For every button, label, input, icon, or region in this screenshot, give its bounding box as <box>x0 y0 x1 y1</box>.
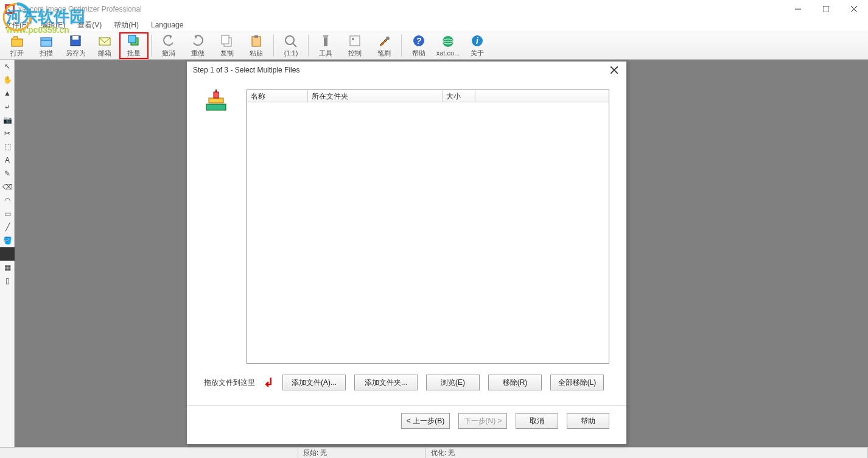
toolbar-label: 撤消 <box>162 49 175 58</box>
svg-rect-36 <box>214 92 219 98</box>
dialog-separator <box>187 405 626 406</box>
next-button[interactable]: 下一步(N) > <box>458 413 507 429</box>
tool-eraser-icon[interactable]: ⌫ <box>0 180 15 194</box>
svg-point-23 <box>352 38 354 40</box>
menu-help[interactable]: 帮助(H) <box>111 19 141 32</box>
open-icon <box>10 34 24 48</box>
tool-rect-icon[interactable]: ▭ <box>0 207 15 220</box>
minimize-button[interactable] <box>784 0 812 18</box>
toolbar-label: 打开 <box>10 49 24 58</box>
toolbar-label: 控制 <box>348 49 362 58</box>
svg-rect-11 <box>72 36 79 40</box>
left-tool-palette: ↖ ✋ ▲ ⤾ 📷 ✂ ⬚ A ✎ ⌫ ◠ ▭ ╱ 🪣 ▦ ▯ <box>0 60 15 447</box>
svg-rect-35 <box>209 98 223 103</box>
col-name[interactable]: 名称 <box>247 90 308 102</box>
toolbar-undo-button[interactable]: 撤消 <box>154 32 183 59</box>
dialog-title-text: Step 1 of 3 - Select Multiple Files <box>193 66 299 74</box>
tool-pencil-icon[interactable]: ✎ <box>0 167 15 180</box>
menu-view[interactable]: 查看(V) <box>75 19 104 32</box>
tool-zoom-icon[interactable]: ▲ <box>0 86 15 100</box>
toolbar-tools-button[interactable]: 工具 <box>311 32 340 59</box>
tool-pick-icon[interactable]: 📷 <box>0 113 15 127</box>
toolbar-help-button[interactable]: ?帮助 <box>404 32 433 59</box>
svg-point-24 <box>386 37 390 40</box>
toolbar-copy-button[interactable]: 复制 <box>212 32 242 59</box>
svg-rect-7 <box>12 39 23 46</box>
toolbar-label: 邮箱 <box>98 49 111 58</box>
svg-rect-2 <box>7 6 13 12</box>
tool-color-icon[interactable] <box>0 247 15 261</box>
add-folder-button[interactable]: 添加文件夹... <box>354 375 418 390</box>
help-icon: ? <box>412 34 425 48</box>
svg-rect-8 <box>41 38 52 46</box>
toolbar-separator <box>273 35 274 57</box>
cancel-button[interactable]: 取消 <box>516 413 558 429</box>
drop-hint-label: 拖放文件到这里 <box>204 378 255 388</box>
tool-layer-icon[interactable]: ▯ <box>0 274 15 287</box>
tool-text-icon[interactable]: A <box>0 153 15 167</box>
toolbar-brush-button[interactable]: 笔刷 <box>369 32 399 59</box>
toolbar: 打开扫描另存为邮箱批量撤消重做复制粘贴(1:1)工具控制笔刷?帮助xat.co.… <box>0 32 868 60</box>
tool-pointer-icon[interactable]: ↖ <box>0 60 15 73</box>
tool-hand-icon[interactable]: ✋ <box>0 73 15 86</box>
about-icon: i <box>471 34 484 48</box>
svg-rect-34 <box>206 104 226 110</box>
maximize-button[interactable] <box>812 0 840 18</box>
help-button[interactable]: 帮助 <box>567 413 609 429</box>
toolbar-label: 另存为 <box>66 49 86 58</box>
tool-grid-icon[interactable]: ▦ <box>0 261 15 274</box>
tool-crop-icon[interactable]: ✂ <box>0 127 15 140</box>
wizard-step-icon <box>204 90 234 364</box>
svg-rect-16 <box>222 35 229 44</box>
toolbar-scan-button[interactable]: 扫描 <box>32 32 61 59</box>
scan-icon <box>40 34 53 48</box>
window-title: xat.com Image Optimizer Professional <box>18 5 142 13</box>
toolbar-label: 工具 <box>319 49 332 58</box>
remove-button[interactable]: 移除(R) <box>488 375 542 390</box>
col-extra[interactable] <box>475 90 609 102</box>
web-icon <box>441 35 455 48</box>
toolbar-mail-button[interactable]: 邮箱 <box>90 32 119 59</box>
toolbar-redo-button[interactable]: 重做 <box>183 32 212 59</box>
tool-fill-icon[interactable]: 🪣 <box>0 234 15 247</box>
toolbar-separator <box>401 35 402 57</box>
toolbar-label: 批量 <box>127 49 141 58</box>
svg-line-20 <box>293 43 296 47</box>
toolbar-paste-button[interactable]: 粘贴 <box>242 32 271 59</box>
close-button[interactable] <box>840 0 868 18</box>
toolbar-label: (1:1) <box>284 49 298 57</box>
toolbar-saveas-button[interactable]: 另存为 <box>61 32 90 59</box>
saveas-icon <box>69 34 82 48</box>
menu-language[interactable]: Language <box>149 19 186 30</box>
menu-file[interactable]: 文件(F) <box>2 19 31 32</box>
toolbar-control-button[interactable]: 控制 <box>340 32 369 59</box>
toolbar-web-button[interactable]: xat.co... <box>433 32 463 59</box>
tool-curve-icon[interactable]: ◠ <box>0 194 15 207</box>
col-size[interactable]: 大小 <box>443 90 475 102</box>
menu-edit[interactable]: 编辑(E) <box>38 19 68 32</box>
toolbar-label: 笔刷 <box>377 49 391 58</box>
toolbar-open-button[interactable]: 打开 <box>2 32 32 59</box>
batch-dialog: Step 1 of 3 - Select Multiple Files 名称 所… <box>186 61 627 445</box>
zoom11-icon <box>284 35 298 48</box>
svg-point-19 <box>285 36 294 44</box>
batch-icon <box>127 34 141 48</box>
titlebar: xat.com Image Optimizer Professional <box>0 0 868 18</box>
tool-resize-icon[interactable]: ⬚ <box>0 140 15 153</box>
back-button[interactable]: < 上一步(B) <box>401 413 450 429</box>
dialog-close-button[interactable] <box>608 64 620 76</box>
tool-flip-icon[interactable]: ⤾ <box>0 100 15 113</box>
col-folder[interactable]: 所在文件夹 <box>308 90 443 102</box>
toolbar-batch-button[interactable]: 批量 <box>119 32 149 59</box>
drop-arrow-icon: ↲ <box>264 375 274 390</box>
add-file-button[interactable]: 添加文件(A)... <box>282 375 346 390</box>
tool-line-icon[interactable]: ╱ <box>0 220 15 234</box>
toolbar-label: 复制 <box>220 49 234 58</box>
toolbar-separator <box>308 35 309 57</box>
svg-rect-22 <box>350 36 360 46</box>
file-listbox[interactable]: 名称 所在文件夹 大小 <box>247 90 609 364</box>
remove-all-button[interactable]: 全部移除(L) <box>550 375 604 390</box>
toolbar-about-button[interactable]: i关于 <box>463 32 492 59</box>
browse-button[interactable]: 浏览(E) <box>426 375 480 390</box>
toolbar-zoom11-button[interactable]: (1:1) <box>276 32 306 59</box>
